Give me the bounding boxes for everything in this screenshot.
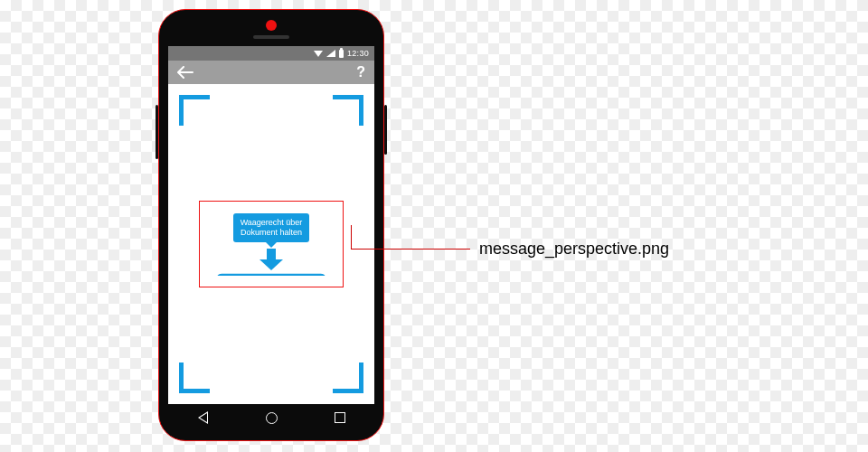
scan-frame-corner-bl <box>179 363 210 393</box>
scan-frame-corner-br <box>333 363 363 393</box>
phone-power-button <box>384 105 387 155</box>
document-plane-icon <box>217 273 326 275</box>
status-signal-icon <box>326 50 335 57</box>
status-time: 12:30 <box>347 49 369 58</box>
nav-home-button[interactable] <box>253 409 289 427</box>
back-button[interactable] <box>177 66 193 79</box>
status-notification-icon <box>314 51 323 57</box>
arrow-left-icon <box>177 66 193 79</box>
phone-screen: 12:30 ? Waagerecht über Dokument halten <box>168 46 374 431</box>
callout-label: message_perspective.png <box>479 240 669 259</box>
scan-frame-corner-tl <box>179 95 210 126</box>
scan-frame-corner-tr <box>333 95 363 126</box>
circle-home-icon <box>266 412 278 424</box>
scan-viewport: Waagerecht über Dokument halten <box>168 84 374 404</box>
android-nav-bar <box>168 404 374 431</box>
phone-camera-dot <box>266 20 277 31</box>
app-bar: ? <box>168 61 374 84</box>
phone-volume-button <box>156 105 158 159</box>
tooltip-bubble: Waagerecht über Dokument halten <box>233 213 310 242</box>
square-recent-icon <box>335 412 345 423</box>
nav-recent-button[interactable] <box>322 409 358 427</box>
arrow-down-icon <box>267 249 276 261</box>
phone-speaker <box>253 35 289 39</box>
message-perspective-asset: Waagerecht über Dokument halten <box>199 201 344 287</box>
nav-back-button[interactable] <box>184 409 221 427</box>
android-status-bar: 12:30 <box>168 46 374 61</box>
status-battery-icon <box>339 50 344 58</box>
help-button[interactable]: ? <box>356 64 365 80</box>
triangle-back-icon <box>198 411 208 424</box>
callout-leader-line <box>351 249 470 250</box>
